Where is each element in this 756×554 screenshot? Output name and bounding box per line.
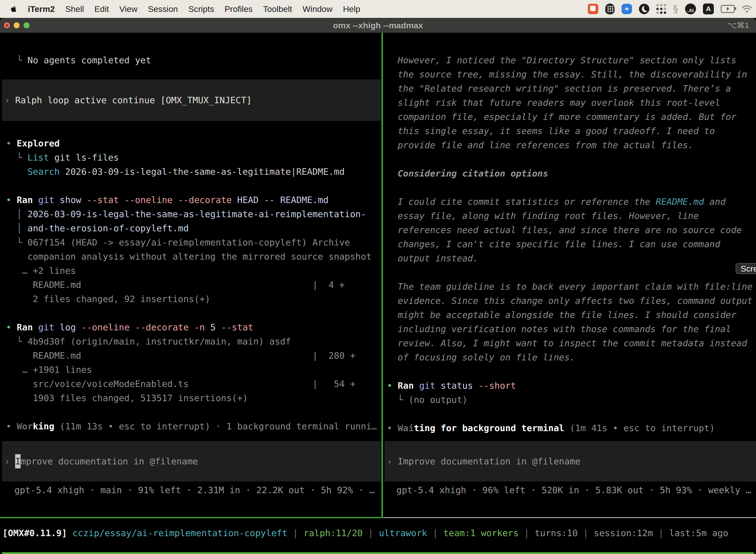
terminal-line [387,265,753,279]
terminal-line: The team guideline is to back every impo… [387,279,753,294]
terminal-line [387,180,753,195]
terminal-line: └ (no output) [387,393,753,407]
menu-item-session[interactable]: Session [148,4,178,14]
menu-item-window[interactable]: Window [303,4,333,14]
tooltip-text: Scre [741,262,756,276]
screen-tooltip: Scre [736,263,756,274]
terminal-line [6,179,377,193]
left-model-status: gpt-5.4 xhigh · main · 91% left · 2.31M … [14,483,375,497]
dots-grid-icon[interactable] [656,4,666,14]
pane-divider-horizontal-left [0,517,381,518]
left-command-input[interactable]: › Improve documentation in @filename [2,441,381,482]
right-model-status: gpt-5.4 xhigh · 96% left · 520K in · 5.8… [396,483,751,497]
terminal-line [387,152,753,166]
pane-divider-horizontal-right [383,517,756,518]
prompt-chevron: › [4,454,15,468]
terminal-line: this single essay, it seems like a good … [387,124,753,138]
badge-61-icon[interactable]: ..61 [685,3,696,14]
terminal-line: changes, I can't cite specific file line… [387,237,753,251]
input-placeholder: Improve documentation in @filename [397,454,580,468]
terminal-line: • Ran git log --oneline --decorate -n 5 … [6,320,377,334]
terminal-line: └ No agents completed yet [6,53,151,67]
terminal-line: However, I noticed the "Directory Struct… [387,53,753,67]
terminal-line [6,405,377,419]
menu-item-profiles[interactable]: Profiles [225,4,252,14]
tmux-session-label: [omx-cczip0:bash* [3,553,95,554]
left-pane-top: └ No agents completed yet [6,53,151,67]
terminal-line: Search 2026-03-09-is-legal-the-same-as-l… [6,165,377,179]
prompt-chevron: › [4,93,15,107]
iterm2-window: omx --xhigh --madmax ⌥⌘1 └ No agents com… [0,18,756,554]
right-command-input[interactable]: › Improve documentation in @filename [384,441,756,482]
macos-menu-bar: iTerm2ShellEditViewSessionScriptsProfile… [0,0,756,18]
terminal-line: companion analysis without altering the … [6,250,377,264]
terminal-line: • Waiting for background terminal (1m 41… [387,421,753,435]
pane-divider-vertical[interactable] [381,33,383,518]
tmux-status-bar: [omx-cczip0:bash* "MacBook-Pro-44.local"… [2,552,754,554]
terminal-line: including verification notes with those … [387,322,753,336]
menu-item-iterm2[interactable]: iTerm2 [28,4,55,14]
chat-app-icon[interactable] [588,4,598,14]
terminal-line: the source tree, missing the essay. Stil… [387,67,753,81]
menu-items: iTerm2ShellEditViewSessionScriptsProfile… [28,4,360,14]
menu-item-toolbelt[interactable]: Toolbelt [263,4,292,14]
terminal-line: src/voice/voiceModeEnabled.ts | 54 + [6,377,377,391]
menu-item-view[interactable]: View [119,4,137,14]
input-placeholder: mprove documentation in @filename [20,454,198,468]
squiggle-icon[interactable]: § [673,3,678,15]
terminal-line: └ 067f154 (HEAD -> essay/ai-reimplementa… [6,235,377,250]
terminal-line: Considering citation options [387,166,753,180]
terminal-line: slight risk that future readers may over… [387,96,753,110]
wifi-icon[interactable] [742,5,752,13]
terminal-line: output instead. [387,251,753,265]
left-ralph-input-box[interactable]: › Ralph loop active continue [OMX_TMUX_I… [2,79,381,121]
right-pane-log: However, I noticed the "Directory Struct… [387,53,753,435]
terminal-line: review. Also, I might want to inspect th… [387,336,753,350]
crescent-icon[interactable] [639,4,649,14]
menu-item-shell[interactable]: Shell [65,4,84,14]
a-app-icon[interactable]: A [703,3,714,14]
terminal-line: README.md | 280 + [6,348,377,363]
terminal-line: 2 files changed, 92 insertions(+) [6,292,377,306]
terminal-line: companion file, especially if more comme… [387,110,753,124]
menu-item-edit[interactable]: Edit [94,4,109,14]
blue-badge-icon[interactable] [622,4,632,14]
terminal-line: • Ran git status --short [387,379,753,393]
menu-item-help[interactable]: Help [343,4,360,14]
window-shortcut-badge: ⌥⌘1 [728,18,749,33]
terminal-line: • Explored [6,136,377,151]
window-titlebar: omx --xhigh --madmax ⌥⌘1 [0,18,756,33]
text-cursor: I [15,454,20,468]
prompt-chevron: › [387,454,397,468]
menu-bar-status-icons: § ..61 A [588,3,752,15]
terminal-line: README.md | 4 + [6,278,377,292]
terminal-line [6,306,377,320]
terminal-line: I could cite commit statistics or refere… [387,195,753,209]
terminal-line: … +2 lines [6,264,377,278]
shield-grid-icon[interactable] [605,3,615,14]
ralph-loop-text: Ralph loop active continue [OMX_TMUX_INJ… [15,93,252,107]
terminal-line: … +1901 lines [6,363,377,377]
terminal-line: • Ran git show --stat --oneline --decora… [6,193,377,207]
terminal-line: of focusing solely on file lines. [387,350,753,365]
terminal-line: might be acceptable alongside the file l… [387,308,753,322]
terminal-line: └ 4b9d30f (origin/main, instructkr/main,… [6,334,377,348]
terminal-line: references need actual files, and since … [387,223,753,237]
terminal-line: 1903 files changed, 513517 insertions(+) [6,391,377,405]
terminal-line: evidence. Since this change only affects… [387,294,753,308]
tmux-host-clock: "MacBook-Pro-44.local" 04:52 31-Mar-26 [548,553,752,554]
battery-icon[interactable] [721,5,735,13]
left-pane-log: • Explored └ List git ls-files Search 20… [6,136,377,433]
terminal-line: • Working (11m 13s • esc to interrupt) ·… [6,419,377,433]
terminal-line [387,407,753,421]
terminal-line [387,365,753,379]
menu-item-scripts[interactable]: Scripts [188,4,214,14]
terminal-line: │ and-the-erosion-of-copyleft.md [6,221,377,235]
terminal-line: └ List git ls-files [6,151,377,165]
terminal-line: │ 2026-03-09-is-legal-the-same-as-legiti… [6,207,377,221]
omx-status-line: [OMX#0.11.9] cczip/essay/ai-reimplementa… [2,526,728,540]
terminal-line: essay file, along with finding root file… [387,209,753,223]
apple-menu-icon[interactable] [10,4,18,13]
terminal-area: └ No agents completed yet › Ralph loop a… [0,33,756,554]
terminal-line: the "Related research writing" section i… [387,81,753,96]
